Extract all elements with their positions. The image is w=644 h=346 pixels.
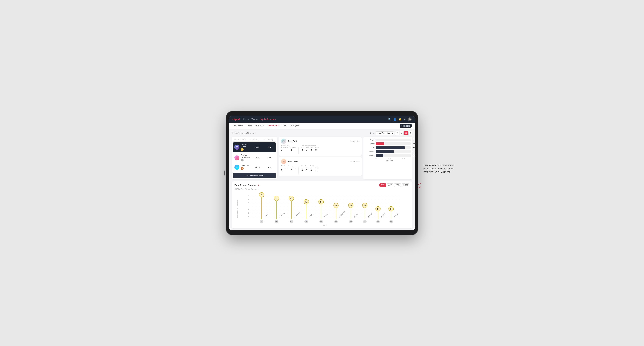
x-label: 400 [402,158,404,159]
tournament-label: Tournament [281,167,288,169]
nav-left: clippd Home Teams My Performance [232,118,276,121]
chart-x-title: Total Shots [365,160,410,162]
svg-text:4: 4 [248,205,249,207]
arg-value: 0 [310,149,314,151]
col-player-name: PLAYER NAME [234,139,250,141]
practice-value: 4 [290,149,296,151]
pb-avg: 110 [264,146,274,148]
svg-text:DF: DF [350,221,352,223]
svg-text:7: 7 [248,195,249,196]
bar-chart-container: Eagles 3 Birdies 96 [365,139,410,162]
svg-text:4x: 4x [350,205,352,206]
bar-track: 96 [376,142,410,145]
x-label: 0 [376,158,376,159]
svg-text:J. Coles: J. Coles [309,213,314,218]
side-button [224,170,226,176]
putt-stat: PUTT 1 [315,167,319,172]
lollipop-chart-wrapper: Best Streak, Fairway Accuracy [234,192,410,226]
arg-label: ARG [310,167,314,169]
practice-value: 2 [290,169,296,172]
streaks-subtitle: Off The Tee, Fairway Accuracy [234,188,410,190]
bar-value: 3 [414,139,414,141]
subnav-pgat[interactable]: PGAT Players [232,124,244,127]
player-date: 02 Sep 2023 [350,140,360,142]
ott-stat: OTT 0 [301,167,304,172]
filter-app-button[interactable]: APP [387,183,394,187]
table-row: RB Richard Butler 1 19/20 110 [233,142,276,152]
tournament-stat: Tournament 7 [281,147,288,151]
bar-track: 3 [376,139,410,141]
svg-text:RB: RB [377,221,379,223]
svg-text:E. Crossman: E. Crossman [338,211,346,218]
lb-header: PLAYER NAME PB SCORE PB AVG SQ [233,138,276,142]
nav-my-performance[interactable]: My Performance [260,118,276,121]
search-icon[interactable]: 🔍 [388,118,391,121]
avatar: C [234,165,240,170]
subnav-pga[interactable]: PGA [248,124,252,127]
avatar: JC [281,159,286,164]
arg-stat: ARG 0 [310,167,314,172]
add-team-button[interactable]: Add Team [400,124,412,128]
nav-teams[interactable]: Teams [252,118,258,121]
target-icon[interactable]: ⊕ [404,118,406,121]
avatar: EC [234,155,240,160]
practice-label: Practice [290,147,296,149]
svg-text:RB: RB [260,221,262,223]
filter-arg-button[interactable]: ARG [394,183,401,187]
settings-view-button[interactable]: ⚙ [408,131,412,135]
avatar: RB [234,145,240,150]
svg-text:0: 0 [248,218,249,220]
tournament-value: 7 [281,149,288,151]
practice-activities-section: Total Practice Activities OTT 0 APP [301,165,319,172]
svg-text:2: 2 [248,212,249,214]
svg-text:5x: 5x [306,201,307,203]
subnav-tour[interactable]: Tour [282,124,286,127]
team-title-area: Team Clippd | 14 Players ✏ [232,132,256,134]
svg-text:B. McHarg: B. McHarg [279,212,285,218]
nav-right: 🔍 👤 🔔 ⊕ U▾ [388,117,412,121]
card-stats: Total Rounds Tournament 7 Practice [281,165,360,174]
view-leaderboard-button[interactable]: View Full Leaderboard [233,173,276,178]
app-value: 0 [306,169,309,172]
filter-putt-button[interactable]: PUTT [402,183,410,187]
user-avatar[interactable]: U▾ [408,117,412,121]
bar-label: D. Bogeys + [365,155,375,156]
col-pb-avg: PB AVG SQ [264,139,274,141]
svg-text:6x: 6x [276,198,278,199]
bell-icon[interactable]: 🔔 [398,118,402,121]
rounds-values: Tournament 7 Practice 4 [281,147,296,151]
bar-fill [376,139,376,141]
putt-stat: PUTT 0 [315,147,319,151]
rounds-label: Total Rounds [281,165,296,167]
grid-view-button[interactable]: ⊞ [395,131,399,135]
subnav-all-players[interactable]: All Players [290,124,299,127]
annotation-text: Here you can see streaks your players ha… [424,163,458,174]
avatar: RB [281,139,286,144]
player-name: Rees Britt [288,140,297,142]
team-controls: Show Last 3 months ⊞ ≡ ▦ ⚙ [370,131,412,135]
list-view-button[interactable]: ≡ [400,131,404,135]
svg-text:3x: 3x [377,208,379,210]
pb-score: 18/20 [250,157,264,159]
app-stat: APP 0 [306,147,309,151]
subnav-hcaps[interactable]: Hcaps 1-5 [256,124,264,127]
svg-text:EC: EC [335,221,337,223]
practice-activities-label: Total Practice Activities [301,145,319,147]
bar-fill [376,142,384,145]
subnav-team-clippd[interactable]: Team Clippd [268,124,279,127]
tournament-label: Tournament [281,147,288,149]
card-view-button[interactable]: ▦ [404,131,408,135]
streaks-subtitle-secondary: Fairway Accuracy [244,188,258,190]
practice-activities-values: OTT 0 APP 0 ARG [301,167,319,172]
tablet-device: clippd Home Teams My Performance 🔍 👤 🔔 ⊕… [226,111,418,235]
bar-row-pars: Pars 499 [365,146,410,149]
filter-ott-button[interactable]: OTT [380,183,386,187]
practice-activities-section: Total Practice Activities OTT 0 APP [301,145,319,151]
person-icon[interactable]: 👤 [394,118,396,121]
edit-icon[interactable]: ✏ [254,132,256,134]
putt-label: PUTT [315,147,319,149]
nav-home[interactable]: Home [243,118,249,121]
player-name: Cameron... [241,165,250,167]
period-select[interactable]: Last 3 months [376,131,394,135]
svg-text:1: 1 [248,216,249,217]
